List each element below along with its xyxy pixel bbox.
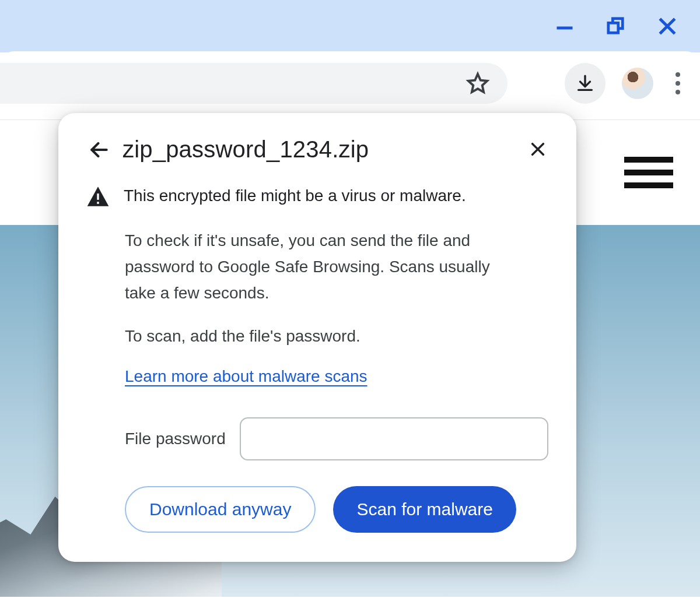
- back-button[interactable]: [86, 137, 112, 163]
- svg-rect-12: [97, 194, 99, 200]
- dialog-title: zip_password_1234.zip: [123, 136, 369, 163]
- bookmark-button[interactable]: [466, 71, 490, 96]
- dialog-close-button[interactable]: [525, 136, 551, 162]
- page-menu-button[interactable]: [624, 157, 673, 188]
- profile-avatar[interactable]: [622, 68, 653, 99]
- file-password-input[interactable]: [240, 417, 548, 460]
- minimize-button[interactable]: [555, 17, 574, 36]
- dot-icon: [676, 90, 680, 94]
- restore-icon: [607, 16, 625, 36]
- restore-button[interactable]: [607, 17, 625, 36]
- browser-menu-button[interactable]: [670, 72, 686, 94]
- hamburger-line-icon: [624, 157, 673, 163]
- toolbar-right-cluster: [565, 63, 686, 104]
- dialog-button-row: Download anyway Scan for malware: [125, 486, 548, 533]
- warning-row: This encrypted file might be a virus or …: [86, 184, 548, 210]
- download-icon: [575, 73, 595, 93]
- password-label: File password: [125, 430, 226, 448]
- dot-icon: [676, 81, 680, 86]
- svg-rect-2: [608, 23, 618, 33]
- close-icon: [528, 140, 547, 159]
- svg-marker-5: [468, 74, 487, 92]
- hamburger-line-icon: [624, 170, 673, 175]
- svg-rect-13: [97, 202, 99, 204]
- warning-text: This encrypted file might be a virus or …: [124, 184, 466, 208]
- info-paragraph: To check if it's unsafe, you can send th…: [125, 228, 522, 306]
- browser-toolbar: [0, 51, 700, 120]
- minimize-icon: [556, 17, 573, 35]
- download-warning-dialog: zip_password_1234.zip This encrypted fil…: [58, 113, 576, 562]
- dialog-body: This encrypted file might be a virus or …: [86, 184, 548, 533]
- close-window-button[interactable]: [658, 17, 677, 36]
- window-titlebar: [0, 0, 700, 52]
- downloads-button[interactable]: [565, 63, 606, 104]
- star-icon: [466, 71, 490, 96]
- password-row: File password: [125, 417, 548, 460]
- download-anyway-button[interactable]: Download anyway: [125, 486, 316, 533]
- address-bar[interactable]: [0, 63, 508, 104]
- scan-prompt-text: To scan, add the file's password.: [125, 323, 522, 350]
- learn-more-link[interactable]: Learn more about malware scans: [125, 367, 368, 386]
- dot-icon: [676, 72, 680, 77]
- close-icon: [658, 17, 677, 36]
- scan-for-malware-button[interactable]: Scan for malware: [333, 486, 516, 533]
- hamburger-line-icon: [624, 182, 673, 188]
- warning-triangle-icon: [86, 185, 110, 210]
- dialog-header: zip_password_1234.zip: [86, 136, 548, 163]
- arrow-left-icon: [88, 139, 110, 161]
